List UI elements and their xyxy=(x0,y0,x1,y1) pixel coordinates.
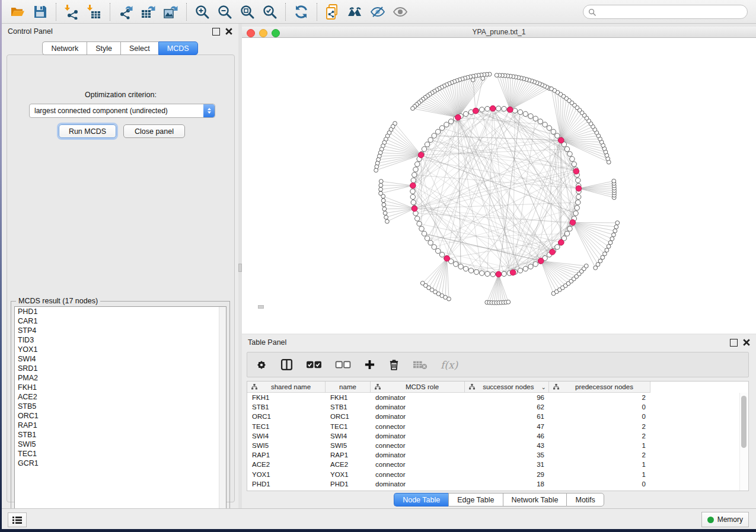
open-file-icon[interactable] xyxy=(7,2,29,22)
column-header-name[interactable]: name xyxy=(326,382,371,392)
close-panel-button[interactable]: Close panel xyxy=(123,124,185,138)
result-item[interactable]: SWI4 xyxy=(15,354,226,364)
hide-graphics-details-icon[interactable] xyxy=(366,2,389,22)
hierarchy-icon xyxy=(375,384,381,390)
run-mcds-button[interactable]: Run MCDS xyxy=(59,124,116,138)
zoom-selected-icon[interactable] xyxy=(259,2,281,22)
cell-name: SWI4 xyxy=(326,432,371,440)
network-canvas[interactable] xyxy=(242,38,756,334)
cell-successor_nodes: 35 xyxy=(465,451,549,459)
table-row[interactable]: RAP1RAP1dominator352 xyxy=(247,450,741,460)
table-scrollbar[interactable] xyxy=(739,393,748,491)
task-history-button[interactable] xyxy=(8,512,27,527)
search-network-icon[interactable] xyxy=(344,2,366,22)
cell-mcds_role: dominator xyxy=(371,480,465,488)
status-bar: Memory xyxy=(2,508,756,529)
column-header-predecessor-nodes[interactable]: predecessor nodes xyxy=(549,382,650,392)
update-view-icon[interactable] xyxy=(290,2,312,22)
search-input[interactable] xyxy=(599,7,742,17)
result-item[interactable]: ORC1 xyxy=(15,411,226,421)
unselect-all-icon[interactable] xyxy=(335,360,351,370)
network-view-title: YPA_prune.txt_1 xyxy=(242,28,756,36)
cell-shared_name: ORC1 xyxy=(247,413,326,420)
cell-predecessor_nodes: 2 xyxy=(549,394,650,401)
sort-indicator-icon[interactable]: ⌄ xyxy=(541,384,546,390)
table-scrollbar-thumb[interactable] xyxy=(741,396,747,448)
show-graphics-details-icon[interactable] xyxy=(389,2,412,22)
import-network-icon[interactable] xyxy=(60,2,83,22)
tab-network[interactable]: Network xyxy=(42,41,87,55)
horizontal-splitter-grip[interactable] xyxy=(258,305,264,309)
table-settings-icon[interactable] xyxy=(256,359,267,371)
table-row[interactable]: STB1STB1dominator620 xyxy=(247,402,741,412)
cell-mcds_role: connector xyxy=(371,461,465,468)
network-graph[interactable] xyxy=(242,38,756,334)
result-item[interactable]: TEC1 xyxy=(15,449,226,459)
close-panel-icon[interactable] xyxy=(225,28,232,35)
table-row[interactable]: PHD1PHD1dominator180 xyxy=(247,479,741,489)
table-row[interactable]: ORC1ORC1dominator610 xyxy=(247,412,741,421)
tab-mcds[interactable]: MCDS xyxy=(158,41,198,55)
show-columns-icon[interactable] xyxy=(280,358,293,371)
result-item[interactable]: STB5 xyxy=(15,402,226,411)
result-item[interactable]: SWI5 xyxy=(15,440,226,449)
close-panel-icon[interactable] xyxy=(743,339,750,346)
result-item[interactable]: STP4 xyxy=(15,326,226,335)
table-row[interactable]: FKH1FKH1dominator962 xyxy=(247,393,741,402)
cell-mcds_role: connector xyxy=(371,442,465,449)
result-item[interactable]: CAR1 xyxy=(15,316,226,326)
network-view-titlebar: YPA_prune.txt_1 xyxy=(242,27,756,38)
save-session-icon[interactable] xyxy=(29,2,52,22)
result-item[interactable]: GCR1 xyxy=(15,459,226,468)
zoom-fit-icon[interactable] xyxy=(236,2,259,22)
result-item[interactable]: YOX1 xyxy=(15,345,226,354)
result-item[interactable]: FKH1 xyxy=(15,383,226,392)
cell-successor_nodes: 46 xyxy=(465,432,549,440)
tab-select[interactable]: Select xyxy=(120,41,158,55)
table-row[interactable]: YOX1YOX1connector291 xyxy=(247,470,741,479)
network-from-document-icon[interactable] xyxy=(321,2,344,22)
table-row[interactable]: TEC1TEC1connector472 xyxy=(247,422,741,431)
tab-network-table[interactable]: Network Table xyxy=(503,493,567,507)
control-panel: Control Panel NetworkStyleSelectMCDS Opt… xyxy=(2,24,238,508)
cell-predecessor_nodes: 0 xyxy=(549,403,650,411)
column-label: successor nodes xyxy=(477,383,540,390)
result-item[interactable]: TID3 xyxy=(15,335,226,345)
hierarchy-icon xyxy=(251,384,257,390)
select-all-icon[interactable] xyxy=(306,360,322,370)
result-item[interactable]: ACE2 xyxy=(15,392,226,402)
tab-motifs[interactable]: Motifs xyxy=(566,493,604,507)
export-image-icon[interactable] xyxy=(160,2,182,22)
result-list-scrollbar[interactable] xyxy=(219,307,226,518)
import-table-icon[interactable] xyxy=(83,2,106,22)
tab-edge-table[interactable]: Edge Table xyxy=(448,493,502,507)
column-header-MCDS-role[interactable]: MCDS role xyxy=(371,382,465,392)
result-item[interactable]: SRD1 xyxy=(15,364,226,373)
column-header-shared-name[interactable]: shared name xyxy=(247,382,326,392)
table-row[interactable]: SWI5SWI5connector431 xyxy=(247,441,741,450)
float-panel-icon[interactable] xyxy=(212,28,220,36)
table-row[interactable]: ACE2ACE2connector311 xyxy=(247,460,741,469)
float-panel-icon[interactable] xyxy=(730,339,738,347)
zoom-out-icon[interactable] xyxy=(213,2,236,22)
dropdown-stepper-icon xyxy=(203,104,215,117)
add-row-icon[interactable] xyxy=(364,359,375,370)
result-item[interactable]: STB1 xyxy=(15,430,226,440)
cell-shared_name: YOX1 xyxy=(247,471,326,478)
memory-button[interactable]: Memory xyxy=(701,512,749,527)
tab-node-table[interactable]: Node Table xyxy=(394,493,448,507)
result-item[interactable]: PHD1 xyxy=(15,307,226,316)
table-row[interactable]: SWI4SWI4dominator462 xyxy=(247,431,741,441)
result-item[interactable]: PMA2 xyxy=(15,373,226,383)
criterion-dropdown[interactable]: largest connected component (undirected) xyxy=(29,104,215,118)
delete-rows-icon[interactable] xyxy=(388,358,400,371)
export-table-icon[interactable] xyxy=(137,2,160,22)
table-toolbar: f(x) xyxy=(247,352,749,377)
column-header-successor-nodes[interactable]: successor nodes⌄ xyxy=(465,382,549,392)
tab-style[interactable]: Style xyxy=(87,41,120,55)
result-item[interactable]: RAP1 xyxy=(15,421,226,430)
zoom-in-icon[interactable] xyxy=(191,2,213,22)
export-network-icon[interactable] xyxy=(114,2,137,22)
cell-name: RAP1 xyxy=(326,451,371,459)
table-panel-tabs: Node TableEdge TableNetwork TableMotifs xyxy=(242,493,756,507)
